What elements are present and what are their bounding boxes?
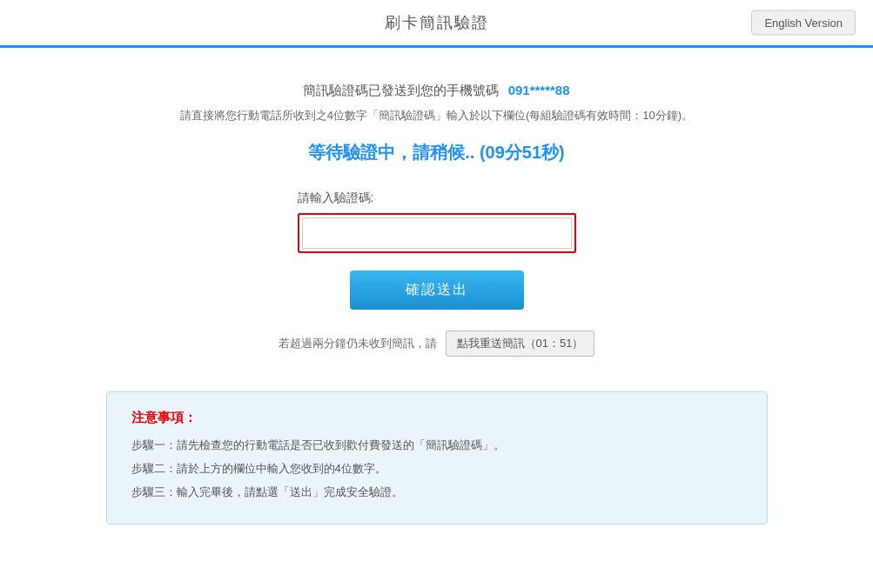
notice-step-1: 步驟一：請先檢查您的行動電話是否已收到歡付費發送的「簡訊驗證碼」。 [131, 437, 742, 455]
resend-section: 若超過兩分鐘仍未收到簡訊，請 點我重送簡訊（01：51） [279, 331, 595, 357]
verification-form: 請輸入驗證碼: 確認送出 若超過兩分鐘仍未收到簡訊，請 點我重送簡訊（01：51… [17, 190, 856, 391]
phone-number: 091*****88 [508, 83, 570, 97]
waiting-text: 等待驗證中，請稍候.. (09分51秒) [17, 141, 856, 164]
resend-button[interactable]: 點我重送簡訊（01：51） [446, 331, 595, 357]
submit-button[interactable]: 確認送出 [350, 271, 524, 310]
notice-step-3: 步驟三：輸入完畢後，請點選「送出」完成安全驗證。 [131, 484, 742, 502]
notice-box: 注意事項： 步驟一：請先檢查您的行動電話是否已收到歡付費發送的「簡訊驗證碼」。 … [106, 391, 768, 525]
instruction-text: 請直接將您行動電話所收到之4位數字「簡訊驗證碼」輸入於以下欄位(每組驗證碼有效時… [17, 108, 856, 124]
sms-sent-message: 簡訊驗證碼已發送到您的手機號碼 091*****88 [17, 83, 856, 99]
notice-step-2: 步驟二：請於上方的欄位中輸入您收到的4位數字。 [131, 460, 742, 478]
sms-sent-prefix: 簡訊驗證碼已發送到您的手機號碼 [303, 83, 499, 97]
main-content: 簡訊驗證碼已發送到您的手機號碼 091*****88 請直接將您行動電話所收到之… [0, 48, 873, 542]
verification-input[interactable] [302, 217, 572, 249]
notice-title: 注意事項： [131, 410, 742, 426]
input-label: 請輸入驗證碼: [298, 190, 576, 206]
page-header: 刷卡簡訊驗證 English Version [0, 0, 873, 48]
verification-input-wrapper [298, 213, 576, 253]
page-title: 刷卡簡訊驗證 [385, 12, 489, 33]
english-version-button[interactable]: English Version [751, 10, 856, 36]
resend-prefix: 若超過兩分鐘仍未收到簡訊，請 [279, 336, 437, 351]
